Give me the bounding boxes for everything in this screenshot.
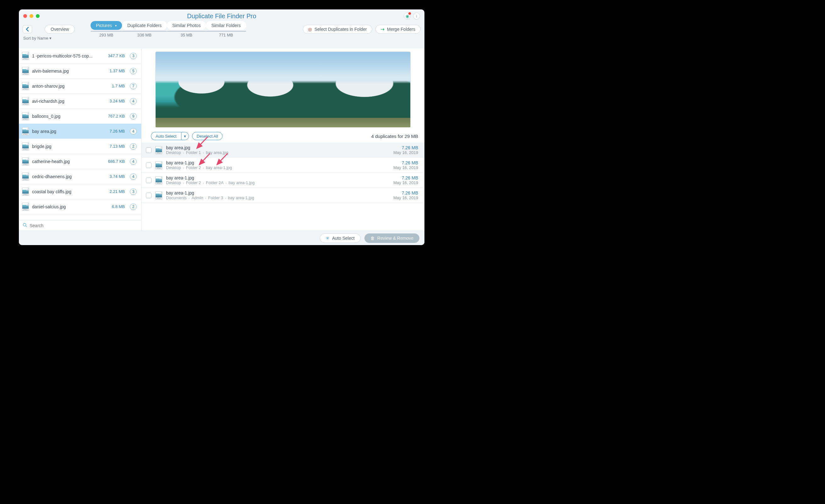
merge-folders-button[interactable]: ⇢ Merge Folders: [375, 25, 421, 33]
file-size: 7.26 MB: [110, 129, 125, 134]
file-size: 3.74 MB: [110, 174, 125, 179]
list-item[interactable]: JPEGcatherine-heath.jpg686.7 KB4: [19, 154, 141, 169]
info-button[interactable]: i: [413, 13, 420, 19]
list-item[interactable]: JPEGballoons_0.jpg767.2 KB9: [19, 109, 141, 124]
list-item[interactable]: JPEGbrigde.jpg7.13 MB2: [19, 139, 141, 154]
duplicate-size: 7.26 MB: [393, 145, 418, 150]
file-name: 1 -pericos-multicolor-575 cop...: [32, 54, 105, 59]
file-size: 2.21 MB: [110, 189, 125, 194]
file-name: anton-sharov.jpg: [32, 84, 109, 89]
duplicate-count-badge: 4: [130, 128, 137, 135]
titlebar: Duplicate File Finder Pro ◉ i: [19, 9, 425, 23]
jpeg-file-icon: JPEG: [155, 191, 162, 199]
path-segment: Admin: [192, 195, 203, 200]
duplicate-date: May 16, 2019: [393, 195, 418, 200]
file-name: cedric-dhaenens.jpg: [32, 174, 106, 179]
tab-underline: [167, 31, 206, 32]
list-item[interactable]: JPEGcedric-dhaenens.jpg3.74 MB4: [19, 169, 141, 184]
jpeg-file-icon: JPEG: [22, 172, 29, 181]
app-window: Duplicate File Finder Pro ◉ i Overview P…: [19, 9, 425, 245]
file-name: daniel-salcius.jpg: [32, 204, 109, 209]
duplicate-row[interactable]: JPEGbay area-1.jpgDesktop›Folder 2›bay a…: [142, 158, 425, 173]
duplicate-path: Documents›Admin›Folder 3›bay area-1.jpg: [166, 195, 389, 200]
chevron-right-icon: ›: [203, 166, 204, 170]
auto-select-button[interactable]: Auto Select: [151, 132, 181, 140]
duplicate-path: Desktop›Folder 1›bay area.jpg: [166, 150, 389, 155]
chevron-right-icon: ›: [203, 151, 204, 155]
footer-auto-select-button[interactable]: ✳ Auto Select: [320, 234, 361, 243]
svg-line-1: [26, 226, 27, 227]
jpeg-file-icon: JPEG: [155, 176, 162, 184]
duplicate-row[interactable]: JPEGbay area.jpgDesktop›Folder 1›bay are…: [142, 143, 425, 158]
file-name: catherine-heath.jpg: [32, 159, 105, 164]
select-duplicates-label: Select Duplicates in Folder: [314, 27, 367, 32]
jpeg-file-icon: JPEG: [22, 188, 29, 196]
select-checkbox[interactable]: [146, 162, 152, 168]
chevron-right-icon: ›: [203, 181, 204, 185]
file-size: 6.8 MB: [112, 204, 125, 209]
sort-label: Sort by Name: [23, 36, 48, 40]
deselect-all-button[interactable]: Deselect All: [192, 132, 223, 140]
file-size: 3.24 MB: [110, 99, 125, 103]
list-item[interactable]: JPEGalvin-balemesa.jpg1.37 MB5: [19, 64, 141, 79]
file-name: alvin-balemesa.jpg: [32, 69, 106, 74]
preview-area: [142, 49, 425, 131]
select-checkbox[interactable]: [146, 177, 152, 183]
preview-image: [155, 52, 410, 128]
path-segment: Desktop: [166, 165, 181, 170]
main-panel: Auto Select ▾ Deselect All 4 duplicates …: [142, 49, 425, 231]
search-input[interactable]: [29, 223, 137, 228]
duplicate-meta: 7.26 MBMay 16, 2019: [393, 175, 418, 185]
auto-select-dropdown[interactable]: ▾: [181, 132, 189, 140]
jpeg-file-icon: JPEG: [155, 146, 162, 154]
duplicate-count-badge: 7: [130, 83, 137, 89]
duplicates-list: JPEGbay area.jpgDesktop›Folder 1›bay are…: [142, 143, 425, 203]
file-name: avi-richardsh.jpg: [32, 99, 106, 104]
chevron-down-icon: ▾: [115, 24, 117, 27]
list-item[interactable]: JPEGbay area.jpg7.26 MB4: [19, 124, 141, 139]
file-size: 1.7 MB: [112, 84, 125, 88]
search-bar: [19, 220, 141, 231]
review-remove-button[interactable]: 🗑 Review & Remove: [364, 234, 420, 243]
select-duplicates-in-folder-button[interactable]: ◎ Select Duplicates in Folder: [303, 25, 372, 33]
info-icon: i: [416, 14, 417, 18]
merge-icon: ⇢: [381, 27, 384, 32]
list-item[interactable]: JPEG1 -pericos-multicolor-575 cop...347.…: [19, 49, 141, 64]
path-segment: Folder 2: [186, 180, 201, 185]
path-segment: Desktop: [166, 150, 181, 155]
review-remove-label: Review & Remove: [377, 236, 414, 241]
chevron-right-icon: ›: [189, 196, 190, 200]
file-size: 686.7 KB: [108, 159, 125, 164]
merge-folders-label: Merge Folders: [387, 27, 415, 32]
duplicate-info: bay area-1.jpgDesktop›Folder 2›bay area-…: [166, 160, 389, 170]
duplicates-toolbar: Auto Select ▾ Deselect All 4 duplicates …: [142, 131, 425, 143]
duplicate-name: bay area-1.jpg: [166, 175, 389, 180]
overview-button[interactable]: Overview: [45, 25, 75, 33]
list-item[interactable]: JPEGanton-sharov.jpg1.7 MB7: [19, 79, 141, 94]
duplicate-date: May 16, 2019: [393, 150, 418, 155]
tab-size-label: 771 MB: [219, 33, 233, 37]
duplicate-row[interactable]: JPEGbay area-1.jpgDesktop›Folder 2›Folde…: [142, 173, 425, 188]
list-item[interactable]: JPEGdaniel-salcius.jpg6.8 MB2: [19, 199, 141, 214]
list-item[interactable]: JPEGcoastal bay cliffs.jpg2.21 MB3: [19, 184, 141, 199]
activity-button[interactable]: ◉: [404, 13, 410, 19]
duplicate-size: 7.26 MB: [393, 175, 418, 180]
duplicate-info: bay area-1.jpgDesktop›Folder 2›Folder 2A…: [166, 175, 389, 185]
back-button[interactable]: [23, 25, 32, 33]
duplicate-count-badge: 9: [130, 113, 137, 119]
jpeg-file-icon: JPEG: [22, 67, 29, 75]
path-segment: bay area-1.jpg: [229, 180, 255, 185]
duplicate-info: bay area.jpgDesktop›Folder 1›bay area.jp…: [166, 145, 389, 155]
duplicate-row[interactable]: JPEGbay area-1.jpgDocuments›Admin›Folder…: [142, 188, 425, 203]
list-item[interactable]: JPEGavi-richardsh.jpg3.24 MB4: [19, 94, 141, 109]
search-icon: [23, 223, 27, 228]
select-checkbox[interactable]: [146, 147, 152, 153]
main-toolbar: Overview Pictures▾293 MBDuplicate Folder…: [19, 23, 425, 36]
file-list[interactable]: JPEG1 -pericos-multicolor-575 cop...347.…: [19, 49, 141, 220]
duplicate-size: 7.26 MB: [393, 160, 418, 165]
select-checkbox[interactable]: [146, 193, 152, 198]
file-name: bay area.jpg: [32, 129, 106, 134]
path-segment: bay area-1.jpg: [206, 165, 232, 170]
path-segment: Documents: [166, 195, 187, 200]
file-name: coastal bay cliffs.jpg: [32, 189, 106, 194]
